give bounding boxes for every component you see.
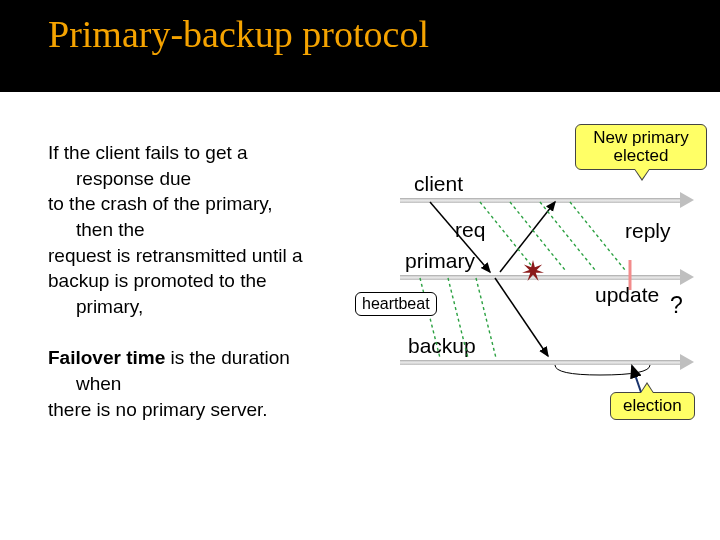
crash-icon bbox=[522, 260, 544, 282]
text-line: If the client fails to get a bbox=[48, 142, 248, 163]
page-title: Primary-backup protocol bbox=[0, 0, 720, 56]
svg-line-5 bbox=[540, 202, 595, 270]
box-heartbeat: heartbeat bbox=[355, 292, 437, 316]
text-line: then the bbox=[48, 217, 378, 243]
label-update: update bbox=[595, 283, 659, 307]
label-req: req bbox=[455, 218, 485, 242]
svg-marker-13 bbox=[522, 260, 544, 281]
explanatory-text: If the client fails to get a response du… bbox=[48, 140, 378, 448]
svg-line-8 bbox=[448, 278, 468, 358]
para-2: Failover time is the duration when there… bbox=[48, 345, 378, 422]
text-line: is the duration bbox=[165, 347, 290, 368]
text-line: backup is promoted to the bbox=[48, 270, 267, 291]
label-qmark: ? bbox=[670, 292, 683, 319]
label-reply: reply bbox=[625, 219, 671, 243]
text-line: there is no primary server. bbox=[48, 399, 268, 420]
callout-election: election bbox=[610, 392, 695, 420]
callout-tail-icon bbox=[641, 384, 653, 393]
svg-line-2 bbox=[495, 278, 548, 356]
svg-line-7 bbox=[420, 278, 440, 358]
text-line: primary, bbox=[48, 294, 378, 320]
text-line: response due bbox=[48, 166, 378, 192]
svg-line-9 bbox=[476, 278, 496, 358]
box-text: heartbeat bbox=[362, 295, 430, 312]
title-band: Primary-backup protocol bbox=[0, 0, 720, 92]
text-line: to the crash of the primary, bbox=[48, 193, 273, 214]
text-line: request is retransmitted until a bbox=[48, 245, 303, 266]
sequence-diagram: New primary elected client primary backu… bbox=[400, 140, 710, 440]
text-line: when bbox=[48, 371, 378, 397]
text-bold: Failover time bbox=[48, 347, 165, 368]
svg-line-6 bbox=[570, 202, 625, 270]
para-1: If the client fails to get a response du… bbox=[48, 140, 378, 319]
callout-text: election bbox=[623, 396, 682, 415]
